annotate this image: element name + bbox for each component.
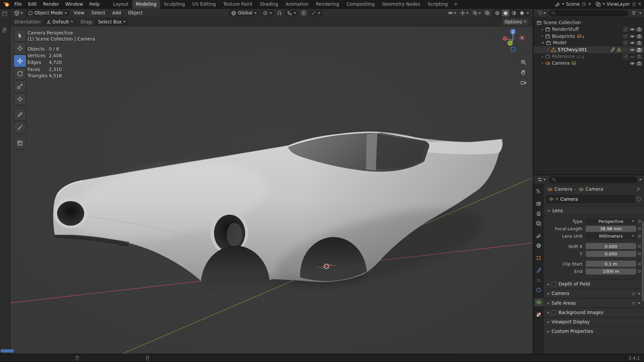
properties-tab-texture[interactable]: [534, 311, 543, 318]
properties-tab-view-layer[interactable]: [534, 220, 543, 227]
chevron-down-icon[interactable]: [639, 179, 641, 180]
animate-dot[interactable]: [636, 220, 642, 222]
hide-viewport-eye-icon[interactable]: [630, 34, 635, 39]
tab-compositing[interactable]: Compositing: [343, 0, 378, 8]
panel-header-safe-areas[interactable]: Safe Areas: [544, 298, 644, 308]
pan-view-button[interactable]: [519, 68, 527, 76]
editor-corner-indicator[interactable]: [0, 349, 14, 353]
tab-layout[interactable]: Layout: [109, 0, 132, 8]
disable-render-camera-icon[interactable]: [637, 47, 642, 53]
add-workspace-button[interactable]: +: [451, 0, 460, 8]
tool-move[interactable]: [14, 55, 26, 67]
tab-texture-paint[interactable]: Texture Paint: [220, 0, 256, 8]
show-overlays-dropdown[interactable]: [471, 9, 482, 16]
panel-header-custom-properties[interactable]: Custom Properties: [544, 327, 644, 336]
fake-user-shield-button[interactable]: [636, 196, 642, 202]
tab-sculpting[interactable]: Sculpting: [160, 0, 189, 8]
menu-object[interactable]: Object: [125, 9, 146, 16]
gizmo-minus-z-axis[interactable]: [511, 47, 515, 51]
outliner-row-renderstuff[interactable]: RenderStuff ✓: [534, 26, 644, 33]
properties-tab-tool[interactable]: [534, 188, 543, 195]
properties-scrollbar[interactable]: [642, 221, 644, 301]
menu-add[interactable]: Add: [109, 9, 124, 16]
tool-add-primitive[interactable]: [14, 137, 26, 149]
outliner-row-camera[interactable]: Camera: [534, 60, 644, 67]
chevron-down-icon[interactable]: [639, 12, 641, 14]
tool-select-box[interactable]: [14, 29, 26, 42]
show-gizmo-dropdown[interactable]: [459, 9, 470, 16]
orientation-default-dropdown[interactable]: Default: [44, 18, 76, 25]
panel-header-camera[interactable]: Camera: [544, 289, 644, 298]
properties-tab-render[interactable]: [534, 200, 543, 207]
menu-file[interactable]: File: [11, 1, 25, 8]
properties-tab-modifiers[interactable]: [534, 266, 543, 274]
tab-uv-editing[interactable]: UV Editing: [189, 0, 219, 8]
outliner-search-input[interactable]: [549, 10, 629, 16]
exclude-checkbox[interactable]: ✓: [624, 34, 628, 38]
properties-tab-output[interactable]: [534, 210, 543, 218]
outliner-row-57chevy[interactable]: 57Chevy.001: [534, 46, 644, 53]
hide-viewport-eye-icon[interactable]: [630, 61, 635, 66]
outliner-editor-type-button[interactable]: [536, 9, 547, 16]
properties-tab-world[interactable]: [534, 242, 543, 249]
gizmo-x-axis[interactable]: [502, 36, 507, 41]
panel-header-depth-of-field[interactable]: Depth of Field: [544, 280, 644, 289]
snap-toggle[interactable]: [275, 9, 283, 16]
menu-help[interactable]: Help: [86, 1, 102, 8]
disable-render-camera-icon[interactable]: [637, 54, 642, 59]
navigation-gizmo[interactable]: Z: [500, 27, 526, 54]
properties-tab-object-data[interactable]: [534, 298, 543, 306]
tab-animation[interactable]: Animation: [282, 0, 312, 8]
animate-dot[interactable]: [636, 263, 642, 265]
outliner-row-model[interactable]: Model ✓: [534, 40, 644, 46]
outliner-row-blueprints[interactable]: Blueprints 4 ✓: [534, 33, 644, 40]
depth-of-field-checkbox[interactable]: [551, 282, 556, 286]
tab-scripting[interactable]: Scripting: [424, 0, 451, 8]
breadcrumb-object[interactable]: Camera: [554, 187, 572, 192]
expand-icon[interactable]: [542, 35, 543, 37]
tool-annotate[interactable]: [14, 109, 26, 121]
menu-window[interactable]: Window: [62, 1, 86, 8]
panel-header-viewport-display[interactable]: Viewport Display: [544, 317, 644, 327]
blender-logo-icon[interactable]: [2, 1, 10, 7]
hide-viewport-eye-icon[interactable]: [630, 27, 635, 32]
properties-editor-type-button[interactable]: [536, 176, 547, 183]
disable-render-camera-icon[interactable]: [637, 40, 642, 46]
type-dropdown[interactable]: Perspective: [586, 218, 636, 224]
disable-render-camera-icon[interactable]: [637, 27, 642, 32]
properties-tab-particles[interactable]: [534, 276, 543, 284]
shading-wireframe-button[interactable]: [494, 10, 501, 16]
proportional-editing-toggle[interactable]: [300, 9, 307, 16]
properties-tab-object[interactable]: [534, 254, 543, 262]
tool-cursor[interactable]: [14, 42, 26, 54]
scene-selector[interactable]: Scene ×: [555, 1, 592, 7]
exclude-checkbox[interactable]: ✓: [624, 27, 628, 32]
tab-rendering[interactable]: Rendering: [312, 0, 343, 8]
tool-transform[interactable]: [14, 93, 26, 105]
collapse-icon[interactable]: [542, 42, 544, 44]
pin-icon[interactable]: [636, 187, 641, 192]
exclude-checkbox[interactable]: ✓: [624, 41, 628, 45]
hide-viewport-eye-icon[interactable]: [630, 40, 635, 46]
zoom-view-button[interactable]: [519, 58, 527, 66]
menu-edit[interactable]: Edit: [25, 1, 40, 8]
properties-tab-scene[interactable]: [534, 232, 543, 240]
remove-view-layer-button[interactable]: ×: [638, 2, 641, 6]
animate-dot[interactable]: [636, 252, 642, 255]
camera-view-button[interactable]: [519, 78, 527, 86]
shift-y-field[interactable]: 0.000: [586, 251, 636, 257]
selectability-visibility-dropdown[interactable]: [446, 9, 458, 16]
falloff-dropdown[interactable]: [309, 10, 323, 16]
disable-render-camera-icon[interactable]: [637, 61, 642, 66]
breadcrumb-data[interactable]: Camera: [586, 187, 603, 192]
focal-length-field[interactable]: 38.98 mm: [586, 226, 636, 232]
shading-rendered-button[interactable]: [518, 10, 526, 16]
editor-type-button[interactable]: [13, 9, 24, 17]
menu-render[interactable]: Render: [40, 1, 62, 8]
outliner-filter-button[interactable]: [630, 10, 637, 16]
panel-header-lens[interactable]: Lens: [544, 206, 644, 216]
hide-viewport-eye-icon[interactable]: [630, 47, 635, 53]
animate-dot[interactable]: [636, 235, 642, 237]
expand-icon[interactable]: [542, 55, 543, 58]
lens-unit-dropdown[interactable]: Millimeters: [586, 233, 636, 239]
